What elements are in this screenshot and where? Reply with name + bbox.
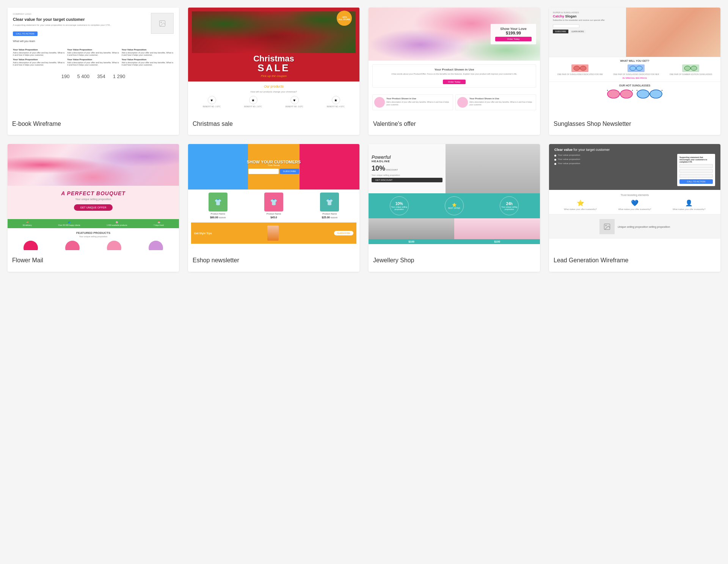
lead-trust-1: ⭐ What makes your offer trustworthy?	[564, 199, 597, 210]
eshop-banner-content: SHOW YOUR CUSTOMERS Their Needs SUBSCRIB…	[247, 160, 301, 174]
flower-tagline: Your unique selling proposition	[12, 198, 174, 201]
flower-delivery-3: 🌸 1 000 available products	[107, 221, 127, 226]
sunglasses-hot-section: OUR HOT SUNGLASSES	[549, 81, 720, 101]
ebook-logo: COMPANY LOGO	[13, 13, 147, 15]
valentine-product-2: Your Product Shown in Use Add a descript…	[372, 94, 453, 110]
flower-product-4-img	[149, 241, 163, 250]
sunglasses-email-input[interactable]	[553, 24, 579, 28]
card-eshop[interactable]: SHOW YOUR CUSTOMERS Their Needs SUBSCRIB…	[188, 144, 359, 271]
valentine-promo-card: Show Your Love $199.99 Order Today	[491, 24, 536, 44]
ebook-headline: Clear value for your target customer	[13, 17, 147, 22]
flower-featured-section: FEATURED PRODUCTS Your unique selling pr…	[8, 228, 179, 250]
lead-trust-2: 💙 What makes your offer trustworthy?	[618, 199, 651, 210]
svg-point-11	[607, 90, 620, 98]
ebook-image	[151, 13, 174, 34]
sunglasses-glasses-row	[553, 89, 717, 99]
jewellery-gallery-2: $100	[454, 218, 540, 244]
lead-cta-button[interactable]: CALL TO ACTION	[679, 179, 713, 184]
christmas-icon-3: ♥ BENEFIT NO. 3 ETC	[286, 96, 303, 108]
jewellery-badge-2: ⭐ BEST OFFER	[445, 196, 464, 215]
christmas-products: Our products How will our products chang…	[188, 81, 359, 114]
sunglasses-subscribe-btn[interactable]: SUBSCRIBE	[553, 30, 568, 33]
svg-point-5	[630, 66, 636, 70]
flower-product-4: Bouquet 4 Name $19	[136, 241, 176, 250]
card-preview-jewellery: Powerful HEADLINE 10% DISCOUNT Your uniq…	[369, 144, 540, 250]
jewellery-model-image	[446, 144, 540, 193]
card-preview-christmas: -10% ALL ITEMS Christmas SALE Pick up th…	[188, 8, 359, 114]
card-ebook-wireframe[interactable]: COMPANY LOGO Clear value for your target…	[8, 8, 179, 135]
valentine-secondary-products: Your Product Shown in Use Add a descript…	[369, 94, 540, 114]
valentine-product-1: Your Product Shown in Use A few words ab…	[372, 64, 536, 88]
christmas-title: Christmas SALE	[192, 53, 356, 74]
card-label-lead: Lead Generation Wireframe	[549, 250, 720, 271]
card-jewellery[interactable]: Powerful HEADLINE 10% DISCOUNT Your uniq…	[369, 144, 540, 271]
ebook-stat-3: 354	[97, 74, 105, 79]
eshop-subscribe-btn[interactable]: SUBSCRIBE	[280, 169, 299, 174]
eshop-style-person-image	[267, 226, 279, 241]
jewellery-badge-3: 24h Your unique selling proposition	[500, 196, 519, 215]
ebook-subtext: A supporting statement for your value pr…	[13, 24, 147, 27]
card-lead-generation[interactable]: Clear value Clear value for your target …	[549, 144, 720, 271]
flower-products-grid: Bouquet 1 Name $19 Bouquet 2 Name $19 Bo…	[11, 241, 176, 250]
christmas-subtitle: Pick up the coupon	[192, 74, 356, 78]
lead-form-input-3[interactable]	[679, 174, 713, 178]
sunglasses-items: ONE PAIR OF SUNGLASSES DEDICATED FOR HIM…	[553, 64, 717, 75]
flower-delivery-2: 👥 Over 30 000 happy clients	[58, 221, 80, 226]
flower-delivery-1: 🚚 3d delivery	[23, 221, 32, 226]
eshop-tshirt-3: 👕 Product Name $25.00 $122.00	[320, 193, 339, 219]
lead-headline: Clear value Clear value for your target …	[554, 148, 715, 152]
eshop-tshirt-1: 👕 Product Name $80.00 $120.00	[209, 193, 228, 219]
svg-point-3	[580, 66, 586, 70]
flower-product-3-img	[107, 241, 121, 250]
eshop-hero-banner: SHOW YOUR CUSTOMERS Their Needs SUBSCRIB…	[188, 144, 359, 190]
lead-hero-section: Clear value Clear value for your target …	[549, 144, 720, 190]
eshop-style-subscribe-btn[interactable]: SUBSCRIBE	[334, 231, 353, 235]
card-preview-valentines: Show Your Love $199.99 Order Today Your …	[369, 8, 540, 114]
eshop-tshirts-row: 👕 Product Name $80.00 $120.00 👕 Product …	[191, 193, 356, 219]
card-valentines[interactable]: Show Your Love $199.99 Order Today Your …	[369, 8, 540, 135]
card-flower-mail[interactable]: A PERFECT BOUQUET Your unique selling pr…	[8, 144, 179, 271]
card-preview-sunglasses: SUPER & SUNGLASSES Catchy Slogan Subscri…	[549, 8, 720, 114]
flower-product-1-img	[24, 241, 38, 250]
card-label-sunglasses: Sunglasses Shop Newsletter	[549, 114, 720, 135]
sunglasses-offer-section: WHAT WILL YOU GET? ONE PAIR OF SUNGLASSE…	[549, 57, 720, 81]
flower-delivery-4: 📅 7 days fresh	[154, 221, 164, 226]
sunglasses-buttons: SUBSCRIBE LEARN MORE	[553, 30, 640, 33]
valentine-banner: Show Your Love $199.99 Order Today	[369, 8, 540, 61]
sunglasses-item-3: ONE PAIR OF SUMMER EDITION SUNGLASSES	[670, 64, 712, 75]
ebook-stat-2: 5 400	[77, 74, 89, 79]
card-christmas-sale[interactable]: -10% ALL ITEMS Christmas SALE Pick up th…	[188, 8, 359, 135]
sunglasses-hero: SUPER & SUNGLASSES Catchy Slogan Subscri…	[549, 8, 720, 57]
sunglasses-pink	[607, 89, 633, 99]
svg-point-16	[637, 90, 649, 98]
jewellery-offer: Powerful HEADLINE 10% DISCOUNT Your uniq…	[369, 144, 446, 193]
sunglasses-item-2: ONE PAIR OF SUNGLASSES DEDICATED FOR HER	[613, 64, 659, 75]
ebook-stats: 190 5 400 354 1 290	[13, 70, 174, 81]
flower-product-3: Bouquet 3 Name $19	[94, 241, 134, 250]
eshop-email-input[interactable]	[248, 169, 279, 174]
lead-form-input-2[interactable]	[679, 169, 713, 173]
template-grid: COMPANY LOGO Clear value for your target…	[8, 8, 720, 272]
ebook-cta[interactable]: CALL TO ACTION	[13, 31, 38, 36]
lead-content-row: Your value proposition Your value propos…	[554, 154, 715, 186]
lead-trust-section: Trust boosting elements ⭐ What makes you…	[549, 190, 720, 214]
sunglasses-item-1: ONE PAIR OF SUNGLASSES DEDICATED FOR HIM	[557, 64, 603, 75]
eshop-products: 👕 Product Name $80.00 $120.00 👕 Product …	[188, 190, 359, 247]
card-preview-eshop: SHOW YOUR CUSTOMERS Their Needs SUBSCRIB…	[188, 144, 359, 250]
lead-unique-image	[599, 219, 615, 234]
svg-point-1	[161, 22, 162, 23]
card-preview-ebook: COMPANY LOGO Clear value for your target…	[8, 8, 179, 114]
card-label-valentines: Valentine's offer	[369, 114, 540, 135]
jewellery-gallery-1: $100	[369, 218, 454, 244]
lead-form-input-1[interactable]	[679, 164, 713, 168]
eshop-style-banner: Get Style Tips SUBSCRIBE	[191, 222, 356, 244]
jewellery-cta[interactable]: GET DISCOUNT	[372, 178, 442, 182]
christmas-top: -10% ALL ITEMS Christmas SALE Pick up th…	[188, 8, 359, 81]
svg-point-12	[620, 90, 632, 98]
flower-cta-button[interactable]: GET UNIQUE OFFER	[74, 204, 112, 211]
sunglasses-catchy-slogan: Catchy Slogan	[553, 14, 640, 18]
sunglasses-learn-btn[interactable]: LEARN MORE	[570, 30, 586, 33]
jewellery-badges-row: 10% Your unique selling proposition ⭐ BE…	[369, 193, 540, 218]
lead-unique-text: Unique selling proposition selling propo…	[618, 226, 670, 228]
card-sunglasses[interactable]: SUPER & SUNGLASSES Catchy Slogan Subscri…	[549, 8, 720, 135]
